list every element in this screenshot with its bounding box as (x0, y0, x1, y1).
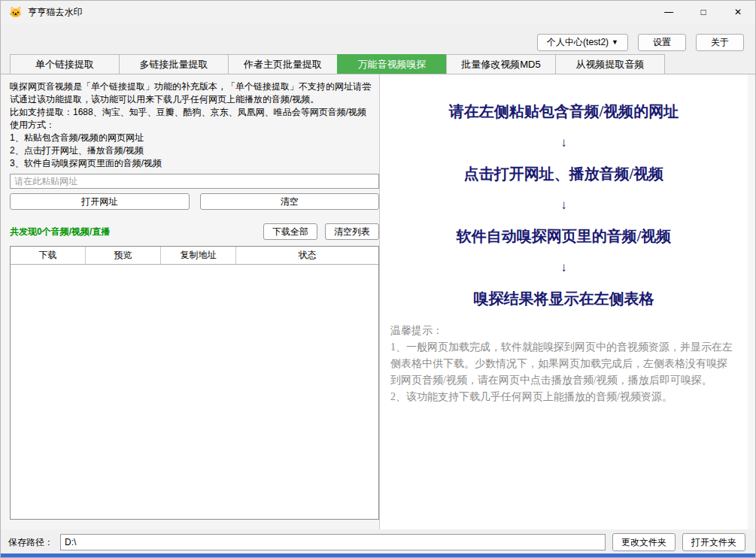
change-folder-button[interactable]: 更改文件夹 (612, 533, 676, 551)
found-count-text: 共发现0个音频/视频/直播 (10, 226, 110, 238)
results-toolbar: 共发现0个音频/视频/直播 下载全部 清空列表 (10, 223, 379, 240)
supported-sites-text: 比如支持提取：1688、淘宝、知乎、豆瓣、酷狗、京东、凤凰网、唯品会等网页音频/… (10, 106, 379, 119)
maximize-button[interactable]: □ (686, 1, 721, 23)
cat-icon: 🐱 (9, 7, 22, 17)
usage-step: 3、软件自动嗅探网页里面的音频/视频 (10, 157, 379, 170)
intro-text: 嗅探网页音视频是「单个链接提取」功能的补充版本，「单个链接提取」不支持的网址请尝… (10, 80, 379, 106)
window-title: 亨亨猫去水印 (28, 6, 82, 19)
column-header-status: 状态 (236, 247, 378, 264)
about-button[interactable]: 关于 (696, 34, 744, 51)
tab-universal-media-sniffer[interactable]: 万能音视频嗅探 (337, 54, 447, 74)
tab-extract-audio-from-video[interactable]: 从视频提取音频 (555, 54, 665, 74)
column-header-copy-address: 复制地址 (161, 247, 236, 264)
tab-bar: 单个链接提取 多链接批量提取 作者主页批量提取 万能音视频嗅探 批量修改视频MD… (10, 54, 665, 74)
usage-step: 1、粘贴包含音频/视频的网页网址 (10, 132, 379, 144)
window-controls: — □ ✕ (651, 1, 755, 23)
down-arrow-icon: ↓ (380, 198, 748, 213)
bottom-bar: 保存路径： 更改文件夹 打开文件夹 (1, 529, 756, 555)
instruction-steps: 请在左侧粘贴包含音频/视频的网址 ↓ 点击打开网址、播放音频/视频 ↓ 软件自动… (380, 74, 748, 309)
titlebar: 🐱 亨亨猫去水印 — □ ✕ (1, 1, 755, 23)
main-content: 嗅探网页音视频是「单个链接提取」功能的补充版本，「单个链接提取」不支持的网址请尝… (1, 74, 756, 529)
column-header-download: 下载 (11, 247, 86, 264)
url-actions: 打开网址 清空 (10, 193, 379, 210)
save-path-label: 保存路径： (8, 536, 53, 549)
results-table-header: 下载 预览 复制地址 状态 (11, 247, 378, 265)
tips-title: 温馨提示： (390, 323, 737, 339)
down-arrow-icon: ↓ (380, 135, 748, 150)
open-folder-button[interactable]: 打开文件夹 (682, 533, 745, 551)
tab-multi-link-batch-extract[interactable]: 多链接批量提取 (119, 54, 229, 74)
results-table: 下载 预览 复制地址 状态 (10, 246, 379, 520)
open-url-button[interactable]: 打开网址 (10, 193, 190, 210)
app-window: 🐱 亨亨猫去水印 — □ ✕ 个人中心(test2) ▼ 设置 关于 单个链接提… (0, 0, 756, 558)
tip-text: 2、该功能支持下载几乎任何网页上能播放的音频/视频资源。 (390, 389, 737, 405)
close-button[interactable]: ✕ (721, 1, 755, 23)
tips-section: 温馨提示： 1、一般网页加载完成，软件就能嗅探到网页中的音视频资源，并显示在左侧… (380, 323, 748, 405)
account-center-label: 个人中心(test2) (547, 36, 609, 49)
account-center-button[interactable]: 个人中心(test2) ▼ (537, 34, 628, 51)
tab-single-link-extract[interactable]: 单个链接提取 (10, 54, 120, 74)
left-panel: 嗅探网页音视频是「单个链接提取」功能的补充版本，「单个链接提取」不支持的网址请尝… (10, 80, 379, 520)
bottom-accent-bar (1, 553, 755, 557)
tab-author-page-batch-extract[interactable]: 作者主页批量提取 (228, 54, 338, 74)
right-panel: 请在左侧粘贴包含音频/视频的网址 ↓ 点击打开网址、播放音频/视频 ↓ 软件自动… (379, 74, 748, 530)
chevron-down-icon: ▼ (612, 39, 618, 46)
usage-step: 2、点击打开网址、播放音频/视频 (10, 144, 379, 157)
download-all-button[interactable]: 下载全部 (263, 223, 317, 240)
tip-text: 1、一般网页加载完成，软件就能嗅探到网页中的音视频资源，并显示在左侧表格中供下载… (390, 339, 737, 389)
clear-list-button[interactable]: 清空列表 (325, 223, 379, 240)
column-header-preview: 预览 (86, 247, 161, 264)
save-path-input[interactable] (60, 534, 606, 550)
step-text: 软件自动嗅探网页里的音频/视频 (395, 226, 733, 247)
minimize-button[interactable]: — (651, 1, 686, 23)
step-text: 点击打开网址、播放音频/视频 (395, 164, 733, 184)
step-text: 请在左侧粘贴包含音频/视频的网址 (395, 102, 733, 122)
step-text: 嗅探结果将显示在左侧表格 (395, 289, 733, 309)
topbar: 个人中心(test2) ▼ 设置 关于 (537, 34, 744, 51)
usage-title: 使用方式： (10, 119, 379, 132)
settings-button[interactable]: 设置 (638, 34, 686, 51)
url-input[interactable] (10, 174, 379, 189)
tab-batch-modify-video-md5[interactable]: 批量修改视频MD5 (446, 54, 556, 74)
down-arrow-icon: ↓ (380, 260, 748, 275)
clear-url-button[interactable]: 清空 (200, 193, 380, 210)
